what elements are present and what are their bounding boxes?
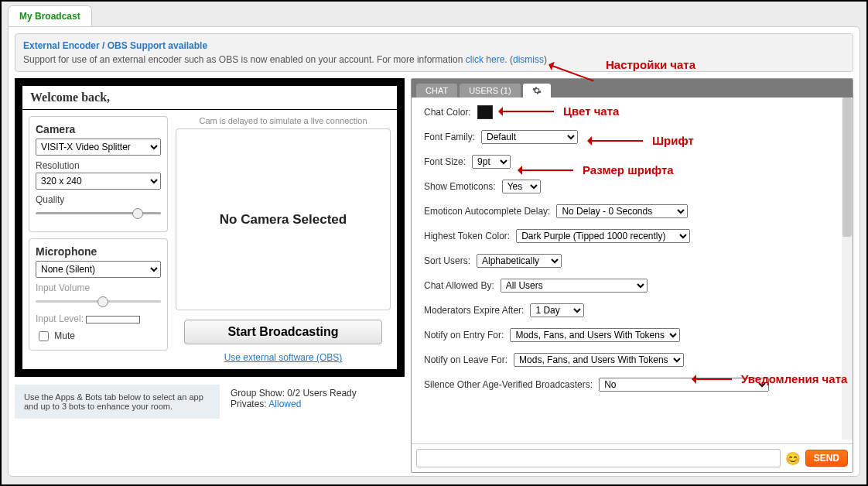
mic-select[interactable]: None (Silent) [36,261,161,278]
gear-icon [532,86,542,95]
chat-color-swatch[interactable] [477,105,493,119]
resolution-select[interactable]: 320 x 240 [36,173,161,190]
notice-link[interactable]: click here [466,54,505,65]
mods-expire-select[interactable]: 1 Day [530,303,584,317]
camera-box: Camera VISIT-X Video Splitter Resolution… [29,116,168,232]
camera-title: Camera [36,123,161,135]
quality-slider[interactable] [36,207,161,221]
hint-box: Use the Apps & Bots tab below to select … [15,385,220,419]
chat-allowed-label: Chat Allowed By: [424,280,494,291]
delay-text: Cam is delayed to simulate a live connec… [199,116,367,125]
mute-label: Mute [54,330,75,341]
obs-notice: External Encoder / OBS Support available… [15,33,853,72]
mic-level-row: Input Level: [36,313,161,324]
autocomplete-label: Emoticon Autocomplete Delay: [424,206,550,217]
notice-title: External Encoder / OBS Support available [23,40,845,51]
chat-color-label: Chat Color: [424,107,471,118]
mic-box: Microphone None (Silent) Input Volume [29,238,168,351]
send-button[interactable]: SEND [805,450,848,467]
token-color-label: Highest Token Color: [424,231,510,241]
sort-users-select[interactable]: Alphabetically [477,254,562,268]
group-status: Group Show: 0/2 Users Ready [231,388,357,399]
start-broadcast-button[interactable]: Start Broadcasting [184,320,382,344]
mic-title: Microphone [36,245,161,258]
main-tab[interactable]: My Broadcast [8,5,92,27]
mic-volume-label: Input Volume [36,282,161,293]
notify-leave-label: Notify on Leave For: [424,354,507,365]
camera-select[interactable]: VISIT-X Video Splitter [36,139,161,156]
font-family-label: Font Family: [424,132,475,142]
mic-level-meter [86,316,140,323]
font-size-label: Font Size: [424,156,466,167]
notice-text: Support for use of an external encoder s… [23,54,845,65]
chat-input[interactable] [416,449,781,467]
privates-link[interactable]: Allowed [268,399,301,409]
silence-select[interactable]: No [599,378,769,392]
welcome-text: Welcome back, [22,86,397,110]
notice-dismiss[interactable]: dismiss [513,54,544,65]
tab-chat[interactable]: CHAT [416,84,457,98]
sort-users-label: Sort Users: [424,255,470,266]
camera-preview: No Camera Selected [176,128,391,310]
notify-entry-select[interactable]: Mods, Fans, and Users With Tokens [510,328,680,342]
tab-users[interactable]: USERS (1) [460,84,520,98]
quality-label: Quality [36,194,161,205]
mute-checkbox[interactable] [39,331,49,341]
use-obs-link[interactable]: Use external software (OBS) [224,352,343,363]
mic-volume-slider[interactable] [36,295,161,309]
notify-leave-select[interactable]: Mods, Fans, and Users With Tokens [514,353,684,367]
emoticons-label: Show Emoticons: [424,181,496,192]
chat-allowed-select[interactable]: All Users [501,279,648,293]
font-size-select[interactable]: 9pt [472,155,511,169]
silence-label: Silence Other Age-Verified Broadcasters: [424,379,593,390]
settings-scrollbar[interactable] [842,98,853,440]
emoji-icon[interactable]: 😊 [785,451,801,466]
resolution-label: Resolution [36,160,161,171]
font-family-select[interactable]: Default [481,130,578,144]
autocomplete-select[interactable]: No Delay - 0 Seconds [556,204,688,218]
token-color-select[interactable]: Dark Purple (Tipped 1000 recently) [516,229,690,243]
status-box: Group Show: 0/2 Users Ready Privates: Al… [231,385,357,419]
tab-settings[interactable] [523,84,551,98]
emoticons-select[interactable]: Yes [502,180,541,193]
notify-entry-label: Notify on Entry For: [424,330,504,341]
mods-expire-label: Moderators Expire After: [424,305,524,316]
